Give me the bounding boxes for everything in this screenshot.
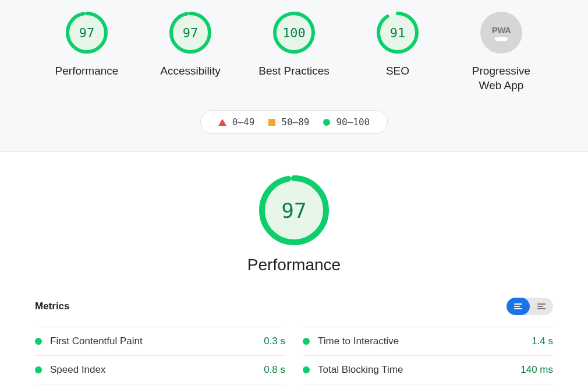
triangle-icon (218, 119, 226, 126)
gauge-pwa[interactable]: PWA Progressive Web App (463, 12, 539, 93)
gauge-score: 91 (390, 26, 406, 40)
metrics-view-toggle[interactable] (506, 298, 553, 315)
gauge-row: 97 Performance 97 Accessibility 100 Best… (0, 12, 588, 93)
gauge-seo[interactable]: 91 SEO (360, 12, 435, 93)
metrics-heading: Metrics (35, 301, 70, 312)
pwa-text: PWA (492, 25, 511, 35)
status-dot-icon (35, 366, 42, 373)
main-gauge-title: Performance (247, 256, 341, 274)
status-dot-icon (303, 338, 310, 345)
status-dot-icon (303, 366, 310, 373)
legend-mid: 50–89 (268, 116, 309, 128)
gauge-score: 97 (79, 26, 95, 40)
gauge-label: Best Practices (258, 64, 329, 79)
legend-good: 90–100 (323, 116, 370, 128)
gauge-accessibility[interactable]: 97 Accessibility (153, 12, 228, 93)
gauge-label: Progressive Web App (463, 64, 539, 93)
metric-value: 1.4 s (532, 336, 553, 347)
summary-section: 97 Performance 97 Accessibility 100 Best… (0, 0, 588, 152)
metric-row[interactable]: Total Blocking Time 140 ms (303, 355, 553, 384)
metric-left: Time to Interactive (303, 336, 399, 347)
gauge-label: Accessibility (160, 64, 220, 79)
metrics-grid: First Contentful Paint 0.3 s Time to Int… (35, 327, 553, 392)
legend-poor-range: 0–49 (232, 116, 255, 128)
metric-name: Time to Interactive (318, 336, 399, 347)
metric-name: First Contentful Paint (50, 336, 143, 347)
view-condensed-button[interactable] (506, 298, 530, 315)
pwa-badge-icon: PWA (480, 12, 522, 54)
gauge-ring-icon: 91 (377, 12, 419, 54)
gauge-score: 97 (183, 26, 199, 40)
metric-row[interactable]: First Contentful Paint 0.3 s (35, 327, 285, 355)
gauge-ring-icon: 97 (169, 12, 211, 54)
gauge-best-practices[interactable]: 100 Best Practices (256, 12, 332, 93)
metric-value: 0.8 s (264, 364, 285, 376)
metric-name: Speed Index (50, 364, 105, 376)
score-legend: 0–49 50–89 90–100 (200, 110, 388, 134)
main-gauge: 97 Performance (35, 175, 553, 274)
circle-icon (323, 119, 330, 126)
legend-mid-range: 50–89 (281, 116, 309, 128)
metric-row[interactable]: Speed Index 0.8 s (35, 355, 285, 384)
main-gauge-score: 97 (281, 199, 306, 223)
metric-row[interactable]: Cumulative Layout Shift 0 (303, 384, 553, 392)
gauge-label: Performance (55, 64, 119, 79)
square-icon (268, 119, 275, 126)
legend-poor: 0–49 (218, 116, 255, 128)
metric-left: First Contentful Paint (35, 336, 143, 347)
metric-left: Total Blocking Time (303, 364, 403, 376)
metric-name: Total Blocking Time (318, 364, 403, 376)
gauge-performance[interactable]: 97 Performance (49, 12, 125, 93)
gauge-label: SEO (386, 64, 409, 79)
bars-icon (537, 303, 546, 309)
bars-icon (514, 303, 522, 309)
gauge-score: 100 (282, 26, 306, 40)
metric-row[interactable]: Time to Interactive 1.4 s (303, 327, 553, 355)
performance-gauge-large: 97 (259, 175, 329, 245)
performance-section: 97 Performance Metrics (0, 152, 588, 392)
metric-left: Speed Index (35, 364, 105, 376)
status-dot-icon (35, 338, 42, 345)
metrics-header: Metrics (35, 298, 553, 315)
metric-value: 0.3 s (264, 336, 285, 347)
gauge-ring-icon: 100 (273, 12, 315, 54)
legend-good-range: 90–100 (336, 116, 370, 128)
view-expanded-button[interactable] (530, 298, 553, 315)
pwa-bar-icon (495, 37, 508, 41)
metric-row[interactable]: Largest Contentful Paint 0.6 s (35, 384, 285, 392)
gauge-ring-icon: 97 (66, 12, 108, 54)
metric-value: 140 ms (520, 364, 553, 376)
